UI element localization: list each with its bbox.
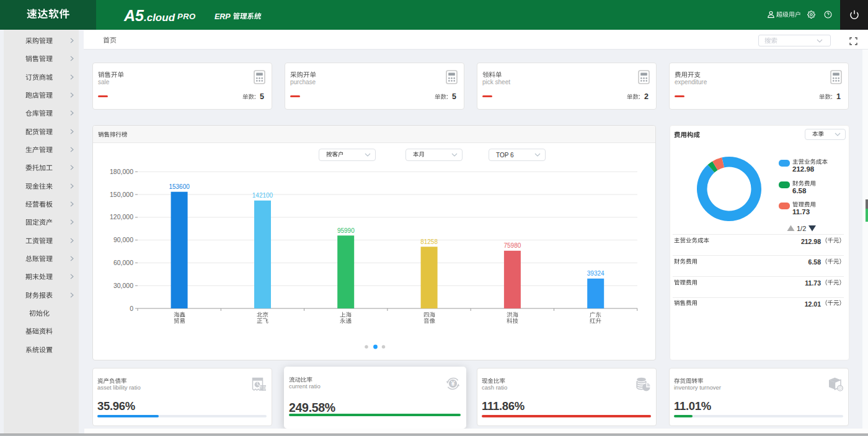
svg-text:60,000: 60,000 <box>113 259 133 266</box>
svg-text:150,000: 150,000 <box>110 191 133 198</box>
svg-text:153600: 153600 <box>169 183 190 190</box>
svg-text:142100: 142100 <box>252 192 273 199</box>
svg-text:75980: 75980 <box>503 242 521 249</box>
svg-text:180,000: 180,000 <box>110 168 133 175</box>
svg-text:120,000: 120,000 <box>110 213 133 220</box>
svg-text:30,000: 30,000 <box>113 282 133 289</box>
svg-text:¥: ¥ <box>451 380 455 387</box>
svg-text:90,000: 90,000 <box>113 236 133 243</box>
svg-text:95990: 95990 <box>337 227 355 234</box>
svg-text:0: 0 <box>130 305 133 312</box>
svg-text:39324: 39324 <box>587 270 604 277</box>
svg-text:81258: 81258 <box>420 238 438 245</box>
